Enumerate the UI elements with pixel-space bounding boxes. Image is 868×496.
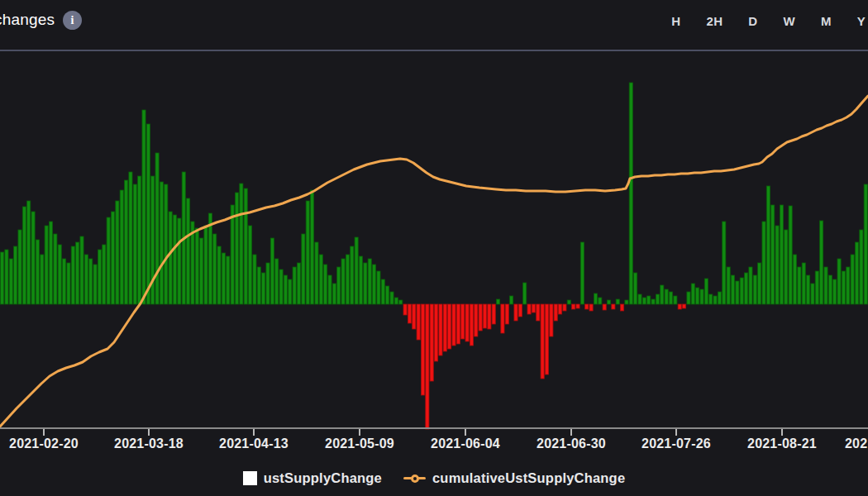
bar-ustSupplyChange[interactable] xyxy=(661,285,664,304)
time-range-button-h[interactable]: H xyxy=(671,14,680,28)
bar-ustSupplyChange[interactable] xyxy=(275,259,279,304)
bar-ustSupplyChange[interactable] xyxy=(208,213,212,304)
bar-ustSupplyChange[interactable] xyxy=(545,304,548,374)
bar-ustSupplyChange[interactable] xyxy=(413,304,416,329)
bar-ustSupplyChange[interactable] xyxy=(103,245,106,304)
bar-ustSupplyChange[interactable] xyxy=(289,279,292,304)
bar-ustSupplyChange[interactable] xyxy=(270,238,274,304)
bar-ustSupplyChange[interactable] xyxy=(483,304,486,328)
bar-ustSupplyChange[interactable] xyxy=(381,279,384,304)
bar-ustSupplyChange[interactable] xyxy=(753,275,756,304)
bar-ustSupplyChange[interactable] xyxy=(430,304,433,381)
bar-ustSupplyChange[interactable] xyxy=(240,184,243,304)
bar-ustSupplyChange[interactable] xyxy=(567,300,570,304)
bar-ustSupplyChange[interactable] xyxy=(855,242,858,304)
bar-ustSupplyChange[interactable] xyxy=(125,180,128,304)
bar-ustSupplyChange[interactable] xyxy=(576,304,579,308)
bar-ustSupplyChange[interactable] xyxy=(537,304,540,321)
bar-ustSupplyChange[interactable] xyxy=(758,263,761,304)
bar-ustSupplyChange[interactable] xyxy=(691,284,694,304)
bar-ustSupplyChange[interactable] xyxy=(76,242,79,304)
bar-ustSupplyChange[interactable] xyxy=(341,259,345,304)
bar-ustSupplyChange[interactable] xyxy=(5,250,8,304)
bar-ustSupplyChange[interactable] xyxy=(351,246,354,304)
bar-ustSupplyChange[interactable] xyxy=(403,304,407,315)
bar-ustSupplyChange[interactable] xyxy=(479,304,482,331)
bar-ustSupplyChange[interactable] xyxy=(665,289,668,304)
bar-ustSupplyChange[interactable] xyxy=(443,304,446,351)
bar-ustSupplyChange[interactable] xyxy=(780,205,783,304)
bar-ustSupplyChange[interactable] xyxy=(204,226,207,304)
bar-ustSupplyChange[interactable] xyxy=(368,259,371,304)
bar-ustSupplyChange[interactable] xyxy=(262,273,265,304)
bar-ustSupplyChange[interactable] xyxy=(421,304,424,395)
bar-ustSupplyChange[interactable] xyxy=(227,256,230,304)
bar-ustSupplyChange[interactable] xyxy=(93,265,97,304)
bar-ustSupplyChange[interactable] xyxy=(426,304,429,429)
bar-ustSupplyChange[interactable] xyxy=(89,259,93,304)
bar-ustSupplyChange[interactable] xyxy=(222,253,225,304)
bar-ustSupplyChange[interactable] xyxy=(470,304,473,346)
bar-ustSupplyChange[interactable] xyxy=(63,259,66,304)
bar-ustSupplyChange[interactable] xyxy=(45,226,48,304)
bar-ustSupplyChange[interactable] xyxy=(456,304,460,344)
bar-ustSupplyChange[interactable] xyxy=(749,267,752,304)
time-range-button-2h[interactable]: 2H xyxy=(707,14,723,28)
bar-ustSupplyChange[interactable] xyxy=(452,304,455,346)
bar-ustSupplyChange[interactable] xyxy=(492,304,495,324)
time-range-button-d[interactable]: D xyxy=(748,14,757,28)
info-icon[interactable]: i xyxy=(63,11,82,30)
bar-ustSupplyChange[interactable] xyxy=(439,304,442,355)
bar-ustSupplyChange[interactable] xyxy=(319,255,322,304)
bar-ustSupplyChange[interactable] xyxy=(563,304,566,311)
bar-ustSupplyChange[interactable] xyxy=(142,110,145,304)
bar-ustSupplyChange[interactable] xyxy=(324,265,327,304)
bar-ustSupplyChange[interactable] xyxy=(727,267,730,304)
bar-ustSupplyChange[interactable] xyxy=(297,263,300,304)
bar-ustSupplyChange[interactable] xyxy=(54,234,57,304)
bar-ustSupplyChange[interactable] xyxy=(111,212,114,304)
bar-ustSupplyChange[interactable] xyxy=(235,193,238,304)
bar-ustSupplyChange[interactable] xyxy=(762,222,765,304)
bar-ustSupplyChange[interactable] xyxy=(704,279,708,304)
bar-ustSupplyChange[interactable] xyxy=(532,304,535,312)
bar-ustSupplyChange[interactable] xyxy=(1,252,4,304)
bar-ustSupplyChange[interactable] xyxy=(257,267,260,304)
bar-ustSupplyChange[interactable] xyxy=(833,279,837,304)
bar-ustSupplyChange[interactable] xyxy=(785,230,788,304)
bar-ustSupplyChange[interactable] xyxy=(599,298,602,304)
bar-ustSupplyChange[interactable] xyxy=(195,228,198,304)
bar-ustSupplyChange[interactable] xyxy=(607,300,610,304)
bar-ustSupplyChange[interactable] xyxy=(793,255,796,304)
bar-ustSupplyChange[interactable] xyxy=(518,304,522,317)
bar-ustSupplyChange[interactable] xyxy=(860,230,863,304)
bar-ustSupplyChange[interactable] xyxy=(116,201,119,304)
bar-ustSupplyChange[interactable] xyxy=(559,304,562,314)
bar-ustSupplyChange[interactable] xyxy=(346,255,349,304)
bar-ustSupplyChange[interactable] xyxy=(820,221,823,304)
bar-ustSupplyChange[interactable] xyxy=(200,238,203,304)
bar-ustSupplyChange[interactable] xyxy=(377,271,380,304)
bar-ustSupplyChange[interactable] xyxy=(488,304,491,329)
bar-ustSupplyChange[interactable] xyxy=(807,275,810,304)
bar-ustSupplyChange[interactable] xyxy=(231,205,234,304)
bar-ustSupplyChange[interactable] xyxy=(647,296,651,304)
bar-ustSupplyChange[interactable] xyxy=(98,250,101,304)
bar-ustSupplyChange[interactable] xyxy=(138,176,141,304)
bar-ustSupplyChange[interactable] xyxy=(67,263,70,304)
bar-ustSupplyChange[interactable] xyxy=(244,188,247,304)
bar-ustSupplyChange[interactable] xyxy=(448,304,451,349)
bar-ustSupplyChange[interactable] xyxy=(390,292,393,304)
bar-ustSupplyChange[interactable] xyxy=(594,293,597,304)
bar-ustSupplyChange[interactable] xyxy=(394,298,398,304)
bar-ustSupplyChange[interactable] xyxy=(580,242,584,304)
bar-ustSupplyChange[interactable] xyxy=(669,292,672,304)
bar-ustSupplyChange[interactable] xyxy=(58,245,61,304)
bar-ustSupplyChange[interactable] xyxy=(541,304,544,379)
bar-ustSupplyChange[interactable] xyxy=(718,292,721,304)
bar-ustSupplyChange[interactable] xyxy=(713,296,717,304)
bar-ustSupplyChange[interactable] xyxy=(634,273,637,304)
bar-ustSupplyChange[interactable] xyxy=(847,267,850,304)
bar-ustSupplyChange[interactable] xyxy=(129,172,132,304)
bar-ustSupplyChange[interactable] xyxy=(514,304,517,321)
